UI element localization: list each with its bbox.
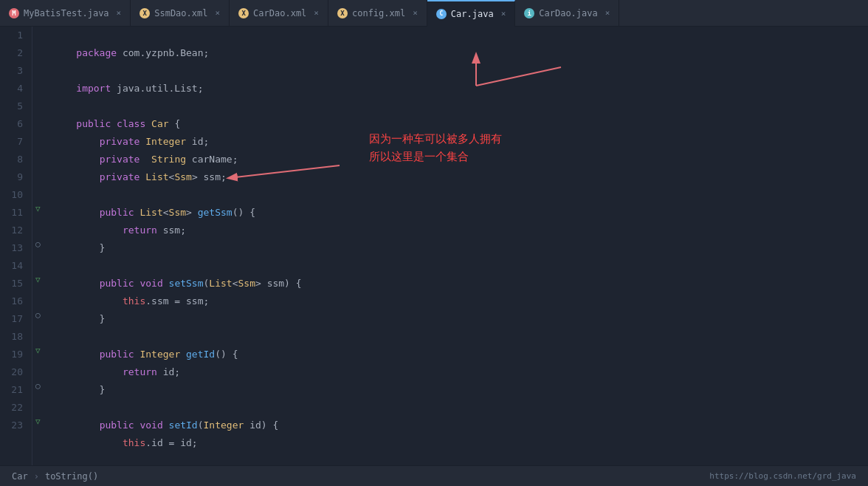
- tab-icon-mybatis: M: [9, 8, 19, 18]
- gutter: ▽ ○ ▽ ○ ▽ ○ ▽: [32, 27, 47, 465]
- code-line-13: }: [53, 239, 868, 257]
- tab-icon-cardao-xml: X: [238, 8, 249, 18]
- tab-icon-config: X: [337, 8, 348, 18]
- line-numbers: 1 2 3 4 5 6 7 8 9 10 11 12 13 14 15 16 1…: [0, 27, 32, 465]
- tab-config[interactable]: X config.xml ×: [328, 0, 427, 27]
- gutter-icon-line20: ○: [35, 381, 41, 391]
- code-line-12: return ssm;: [53, 222, 868, 239]
- code-line-15: public void setSsm(List<Ssm> ssm) {: [53, 275, 868, 292]
- tab-icon-car-java: C: [436, 9, 447, 19]
- code-line-20: return id;: [53, 363, 868, 381]
- editor-container: 1 2 3 4 5 6 7 8 9 10 11 12 13 14 15 16 1…: [0, 27, 868, 465]
- status-left: Car › toString(): [12, 471, 98, 482]
- tab-cardao-xml[interactable]: X CarDao.xml ×: [230, 0, 328, 27]
- code-line-9: private List<Ssm> ssm;: [53, 168, 868, 186]
- status-bar: Car › toString() https://blog.csdn.net/g…: [0, 465, 868, 486]
- code-line-4: import java.util.List;: [53, 80, 868, 97]
- tab-icon-ssmdao: X: [140, 8, 150, 18]
- gutter-icon-line12: ○: [35, 239, 41, 249]
- code-line-7: private Integer id;: [53, 133, 868, 151]
- tab-bar: M MyBatisTest.java × X SsmDao.xml × X Ca…: [0, 0, 868, 27]
- gutter-icon-line18: ▽: [35, 346, 41, 355]
- tab-icon-cardao-java: i: [524, 8, 534, 18]
- code-line-23: public void setId(Integer id) {: [53, 417, 868, 434]
- tab-label-cardao-java: CarDao.java: [539, 8, 597, 18]
- breadcrumb-class: Car: [12, 471, 28, 482]
- code-line-1: [53, 27, 868, 44]
- code-line-3: [53, 62, 868, 80]
- tab-mybatis[interactable]: M MyBatisTest.java ×: [0, 0, 131, 27]
- code-line-11: public List<Ssm> getSsm() {: [53, 204, 868, 222]
- code-line-19: public Integer getId() {: [53, 346, 868, 363]
- tab-cardao-java[interactable]: i CarDao.java ×: [515, 0, 619, 27]
- code-line-21: }: [53, 381, 868, 399]
- breadcrumb-method: toString(): [45, 471, 98, 482]
- tab-close-car-java[interactable]: ×: [501, 9, 506, 18]
- code-line-6: public class Car {: [53, 115, 868, 133]
- code-line-17: }: [53, 310, 868, 328]
- code-line-5: [53, 97, 868, 115]
- status-right: https://blog.csdn.net/grd_java: [709, 471, 856, 481]
- code-line-24: this.id = id;: [53, 434, 868, 452]
- code-line-16: this.ssm = ssm;: [53, 292, 868, 310]
- tab-label-cardao-xml: CarDao.xml: [253, 8, 306, 18]
- tab-car-java[interactable]: C Car.java ×: [427, 0, 515, 27]
- gutter-icon-line22: ▽: [35, 417, 41, 426]
- code-content[interactable]: package com.yzpnb.Bean; import java.util…: [47, 27, 868, 465]
- tab-label-car-java: Car.java: [451, 9, 494, 19]
- code-line-2: package com.yzpnb.Bean;: [53, 44, 868, 62]
- tab-close-cardao-java[interactable]: ×: [605, 8, 610, 18]
- tab-close-ssmdao[interactable]: ×: [215, 8, 220, 18]
- gutter-icon-line10: ▽: [35, 204, 41, 213]
- tab-label-config: config.xml: [352, 8, 405, 18]
- tab-ssmdao[interactable]: X SsmDao.xml ×: [131, 0, 230, 27]
- code-line-22: [53, 399, 868, 417]
- gutter-icon-line14: ▽: [35, 275, 41, 284]
- tab-close-config[interactable]: ×: [413, 8, 418, 18]
- code-line-8: private String carName;: [53, 151, 868, 168]
- breadcrumb-separator: ›: [34, 471, 39, 482]
- blog-url: https://blog.csdn.net/grd_java: [709, 471, 856, 481]
- code-line-14: [53, 257, 868, 275]
- gutter-icon-line16: ○: [35, 310, 41, 320]
- tab-close-mybatis[interactable]: ×: [117, 8, 122, 18]
- tab-close-cardao-xml[interactable]: ×: [314, 8, 319, 18]
- code-line-10: [53, 186, 868, 204]
- tab-label-ssmdao: SsmDao.xml: [154, 8, 207, 18]
- code-line-18: [53, 328, 868, 346]
- tab-label-mybatis: MyBatisTest.java: [24, 8, 109, 18]
